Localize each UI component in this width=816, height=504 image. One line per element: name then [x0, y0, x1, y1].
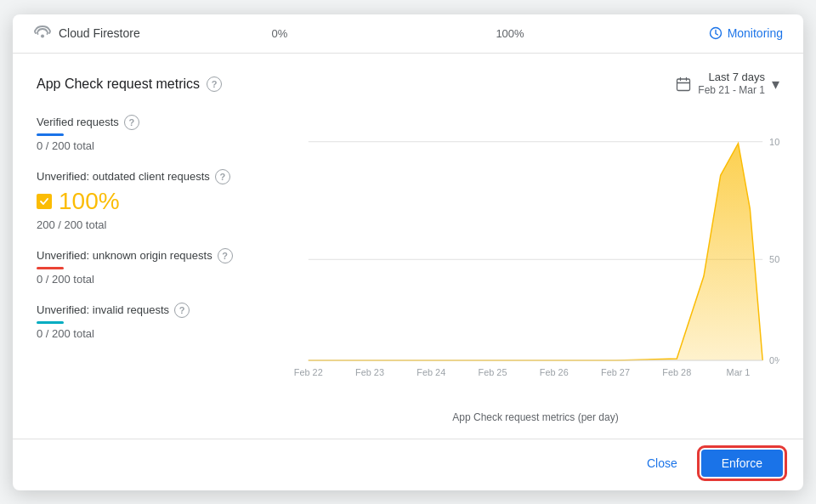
metric-unknown-help-icon[interactable]: ? [218, 248, 233, 263]
y-label-50: 50% [769, 254, 779, 264]
x-label-feb27: Feb 27 [601, 367, 630, 377]
calendar-icon [676, 76, 691, 92]
chart-area-fill [309, 144, 762, 360]
monitoring-link[interactable]: Monitoring [664, 26, 783, 40]
metric-outdated-check [37, 194, 52, 209]
svg-point-0 [41, 34, 44, 37]
percent-100: 100% [356, 27, 664, 40]
close-button[interactable]: Close [633, 450, 691, 477]
monitoring-label: Monitoring [728, 26, 783, 40]
metric-unknown-line [37, 267, 64, 269]
service-name: Cloud Firestore [33, 25, 203, 42]
date-range-secondary: Feb 21 - Mar 1 [698, 84, 765, 98]
date-text: Last 7 days Feb 21 - Mar 1 [698, 71, 765, 98]
x-label-feb24: Feb 24 [416, 367, 445, 377]
x-label-feb26: Feb 26 [540, 367, 569, 377]
metric-invalid-label: Unverified: invalid requests ? [37, 303, 278, 318]
x-label-feb23: Feb 23 [355, 367, 384, 377]
metric-outdated-label: Unverified: outdated client requests ? [37, 169, 278, 184]
title-help-icon[interactable]: ? [207, 76, 222, 92]
metrics-title-group: App Check request metrics ? [37, 76, 222, 92]
date-chevron-icon: ▾ [772, 75, 779, 93]
main-dialog: Cloud Firestore 0% 100% Monitoring App C… [13, 14, 803, 490]
metric-invalid: Unverified: invalid requests ? 0 / 200 t… [37, 303, 278, 340]
footer: Close Enforce [13, 439, 803, 490]
metric-outdated: Unverified: outdated client requests ? 1… [37, 169, 278, 231]
metric-verified-help-icon[interactable]: ? [124, 115, 139, 130]
body-row: Verified requests ? 0 / 200 total Unveri… [37, 111, 779, 425]
x-label-feb28: Feb 28 [662, 367, 691, 377]
metric-invalid-value: 0 / 200 total [37, 327, 278, 340]
x-label-mar1: Mar 1 [727, 367, 751, 377]
metric-outdated-big: 100% [37, 188, 278, 215]
x-label-feb22: Feb 22 [294, 367, 323, 377]
metric-invalid-line [37, 321, 64, 324]
metric-unknown-label: Unverified: unknown origin requests ? [37, 248, 278, 263]
metric-verified: Verified requests ? 0 / 200 total [37, 115, 278, 152]
metric-unknown: Unverified: unknown origin requests ? 0 … [37, 248, 278, 286]
metric-outdated-pct: 100% [59, 188, 120, 215]
x-label-feb25: Feb 25 [479, 367, 507, 377]
metrics-title: App Check request metrics [37, 76, 200, 92]
metric-verified-line [37, 133, 64, 136]
percent-0: 0% [203, 27, 356, 40]
metric-verified-label: Verified requests ? [37, 115, 278, 130]
y-label-100: 100% [769, 137, 779, 147]
chart-svg-container: 100% 50% 0% [292, 111, 779, 408]
date-range-primary: Last 7 days [709, 71, 766, 85]
metric-unknown-value: 0 / 200 total [37, 273, 278, 286]
y-label-0: 0% [769, 355, 779, 365]
chart-x-label: App Check request metrics (per day) [292, 411, 779, 425]
chart-area: 100% 50% 0% [292, 111, 779, 425]
date-filter[interactable]: Last 7 days Feb 21 - Mar 1 ▾ [676, 71, 779, 98]
left-metrics: Verified requests ? 0 / 200 total Unveri… [37, 111, 292, 425]
chart-svg: 100% 50% 0% [292, 111, 779, 408]
metric-verified-value: 0 / 200 total [37, 139, 278, 152]
metrics-header: App Check request metrics ? Last 7 days … [37, 71, 779, 98]
svg-rect-2 [677, 79, 690, 91]
clock-icon [709, 26, 722, 40]
service-label: Cloud Firestore [59, 26, 140, 40]
metric-invalid-help-icon[interactable]: ? [174, 303, 190, 318]
metric-outdated-value: 200 / 200 total [37, 218, 278, 231]
enforce-button[interactable]: Enforce [701, 450, 783, 477]
top-bar: Cloud Firestore 0% 100% Monitoring [13, 14, 803, 54]
metric-outdated-help-icon[interactable]: ? [215, 169, 230, 184]
main-content: App Check request metrics ? Last 7 days … [13, 54, 803, 439]
cloud-firestore-icon [33, 25, 52, 42]
